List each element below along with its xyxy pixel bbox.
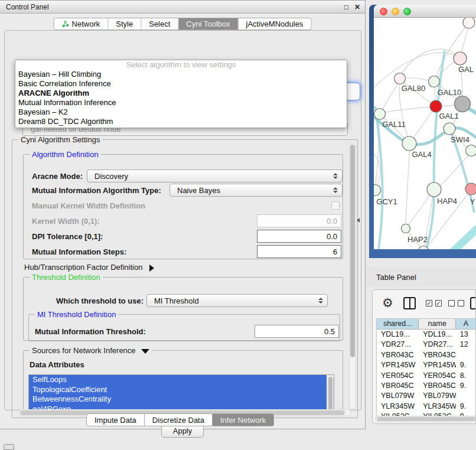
network-node[interactable] (463, 18, 475, 28)
mi-threshold-field[interactable]: 0.5 (255, 325, 339, 338)
close-window-icon[interactable]: ✕ (354, 4, 360, 11)
column-header-a[interactable]: A (456, 319, 476, 329)
tab-discretize-data[interactable]: Discretize Data (145, 413, 213, 426)
node-label-gcy1: GCY1 (376, 197, 397, 206)
combo-arrows-icon (333, 187, 338, 193)
mi-algorithm-type-combobox[interactable]: Naive Bayes (169, 184, 343, 197)
mac-zoom-button[interactable] (403, 8, 411, 15)
network-node-gal10[interactable] (429, 76, 440, 87)
tab-network[interactable]: Network (54, 18, 109, 30)
node-label-gal: GAL (458, 65, 474, 74)
attribute-item-selfloops[interactable]: SelfLoops (29, 375, 327, 385)
column-header-name[interactable]: name (419, 319, 456, 329)
cyni-algorithm-settings-group: Cyni Algorithm Settings Algorithm Defini… (12, 139, 358, 418)
mi-algorithm-type-value: Naive Bayes (177, 186, 220, 195)
table-row[interactable]: YLR345WYLR345W9. (377, 402, 476, 412)
control-panel-window: Control Panel □ ✕ NetworkStyleSelectCyni… (0, 0, 366, 429)
table-cell: YER054C (419, 371, 456, 381)
table-row[interactable]: YBR043CYBR043C (377, 350, 476, 360)
tab-select[interactable]: Select (141, 18, 178, 30)
select-all-checkboxes-icon[interactable]: ✓ ✓ (426, 300, 442, 306)
control-panel-titlebar[interactable]: Control Panel □ ✕ (0, 1, 365, 14)
gear-icon[interactable]: ⚙ (382, 296, 393, 309)
hub-tf-definition-toggle[interactable]: Hub/Transcription Factor Definition (24, 263, 154, 272)
scrollbar-thumb[interactable] (377, 417, 475, 421)
network-node[interactable] (466, 145, 476, 156)
algorithm-option-basic-correlation-inference[interactable]: Basic Correlation Inference (15, 79, 347, 89)
table-row[interactable]: YDL19...YDL19...13 (377, 330, 476, 340)
table-row[interactable]: YBL079WYBL079W (377, 391, 476, 401)
network-node-gal[interactable] (454, 52, 467, 65)
which-threshold-combobox[interactable]: MI Threshold (146, 294, 328, 307)
table-cell: YLR345W (377, 402, 419, 412)
network-node-hap2[interactable] (402, 224, 410, 233)
table-panel-titlebar[interactable]: Table Panel (366, 267, 476, 287)
table-row[interactable]: YPR145WYPR145W9. (377, 360, 476, 370)
table-horizontal-scrollbar[interactable] (375, 416, 475, 422)
algorithm-option-mutual-information-inference[interactable]: Mutual Information Inference (15, 98, 347, 107)
columns-icon[interactable] (403, 297, 416, 309)
network-node-swi4[interactable] (444, 123, 455, 135)
tab-jactivemnodules[interactable]: jActiveMNodules (239, 18, 312, 30)
tab-infer-network[interactable]: Infer Network (213, 413, 274, 426)
attribute-list-scrollbar[interactable] (327, 375, 334, 413)
network-node-y[interactable] (465, 183, 476, 195)
mi-steps-field[interactable]: 6 (257, 245, 341, 258)
checked-box-icon: ✓ (426, 300, 432, 306)
sources-group-title[interactable]: Sources for Network Inference (30, 346, 152, 355)
network-node[interactable] (455, 96, 471, 112)
table-toolbar: ⚙ ✓ ✓ (373, 294, 475, 316)
manual-kernel-width-checkbox[interactable] (331, 201, 340, 210)
mac-minimize-button[interactable] (392, 8, 399, 15)
settings-vertical-scrollbar[interactable] (349, 142, 356, 409)
kernel-width-value: 0.0 (327, 217, 337, 226)
network-node-gal11[interactable] (374, 109, 386, 120)
algorithm-definition-group: Algorithm Definition Aracne Mode: Discov… (23, 154, 343, 259)
which-threshold-label: Which threshold to use: (56, 296, 144, 305)
tab-label: Impute Data (94, 416, 136, 425)
column-header-shared[interactable]: shared... (377, 319, 419, 329)
attribute-item-betweennesscentrality[interactable]: BetweennessCentrality (29, 394, 327, 405)
network-node-gal4[interactable] (402, 136, 416, 151)
scrollbar-thumb[interactable] (350, 145, 355, 357)
sources-title-text: Sources for Network Inference (32, 346, 136, 355)
scrollbar-thumb[interactable] (328, 377, 332, 411)
tab-impute-data[interactable]: Impute Data (86, 413, 145, 426)
splitpane-collapse-arrow[interactable] (357, 218, 360, 223)
network-node-gal1[interactable] (430, 100, 442, 112)
network-node-gal80[interactable] (395, 73, 406, 84)
collapsed-panel-chip[interactable] (4, 444, 14, 450)
tab-style[interactable]: Style (108, 18, 141, 30)
aracne-mode-combobox[interactable]: Discovery (87, 169, 343, 182)
kernel-width-field[interactable]: 0.0 (257, 214, 341, 227)
float-window-icon[interactable]: □ (344, 4, 348, 11)
aracne-mode-label: Aracne Mode: (32, 172, 83, 181)
tab-cyni-toolbox[interactable]: Cyni Toolbox (178, 18, 238, 30)
node-label-gal11: GAL11 (382, 120, 406, 129)
algorithm-option-bayesian-hill-climbing[interactable]: Bayesian – Hill Climbing (15, 70, 347, 79)
network-view-titlebar[interactable] (374, 5, 476, 18)
table-cell: 9. (456, 402, 476, 412)
data-attributes-list[interactable]: SelfLoopsTopologicalCoefficientBetweenne… (28, 374, 334, 413)
node-label-gal10: GAL10 (438, 88, 461, 97)
table-row[interactable]: YBR045CYBR045C9. (377, 381, 476, 391)
algorithm-definition-title: Algorithm Definition (30, 150, 101, 159)
algorithm-option-aracne-algorithm[interactable]: ARACNE Algorithm (15, 89, 347, 98)
node-label-gal1: GAL1 (439, 112, 458, 120)
table-cell: YPR145W (377, 360, 419, 370)
table-row[interactable]: YDR27...YDR27...12 (377, 340, 476, 350)
threshold-definition-title: Threshold Definition (30, 273, 103, 282)
table-cell: YBL079W (377, 391, 419, 401)
dpi-tolerance-field[interactable]: 0.0 (257, 230, 341, 243)
network-node-hap4[interactable] (427, 182, 441, 197)
attribute-item-topologicalcoefficient[interactable]: TopologicalCoefficient (29, 385, 327, 395)
algorithm-option-bayesian-k2[interactable]: Bayesian – K2 (15, 107, 347, 117)
table-mode-icon[interactable] (470, 297, 476, 309)
network-canvas[interactable]: GALGAL80GAL10GAL1GAL11GAL4SWI4GCY1HAP4YH… (374, 18, 476, 249)
node-label-hap2: HAP2 (407, 235, 428, 244)
network-node-gcy1[interactable] (374, 185, 381, 196)
mac-close-button[interactable] (380, 8, 387, 15)
deselect-all-checkboxes-icon[interactable] (448, 300, 464, 306)
table-row[interactable]: YER054CYER054C8. (377, 371, 476, 381)
algorithm-option-dream8-dc-tdc-algorithm[interactable]: Dream8 DC_TDC Algorithm (15, 117, 347, 126)
